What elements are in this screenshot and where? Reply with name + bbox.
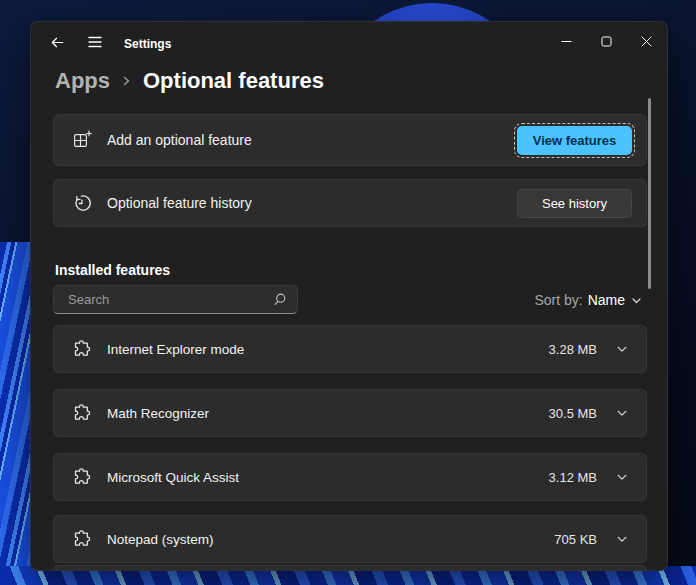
feature-name: Microsoft Quick Assist [107, 470, 239, 485]
breadcrumb-apps[interactable]: Apps [55, 68, 110, 94]
installed-features-heading: Installed features [55, 262, 170, 278]
maximize-button[interactable] [586, 24, 626, 58]
settings-window: Settings Apps Optional f [30, 21, 668, 571]
chevron-down-icon [630, 294, 643, 307]
see-history-button[interactable]: See history [517, 189, 632, 218]
desktop: Settings Apps Optional f [0, 0, 696, 585]
breadcrumb: Apps Optional features [55, 64, 324, 98]
close-button[interactable] [626, 24, 666, 58]
add-optional-feature-card: Add an optional feature View features [53, 114, 647, 166]
minimize-button[interactable] [546, 24, 586, 58]
expander-chevron-icon[interactable] [615, 532, 629, 546]
puzzle-piece-icon [72, 467, 92, 487]
puzzle-piece-icon [72, 529, 92, 549]
expander-chevron-icon[interactable] [615, 342, 629, 356]
feature-name: Math Recognizer [107, 406, 209, 421]
chevron-right-icon [121, 74, 132, 88]
feature-name: Notepad (system) [107, 532, 214, 547]
close-icon [641, 36, 652, 47]
view-features-button[interactable]: View features [517, 126, 632, 155]
feature-size: 705 KB [554, 532, 597, 547]
sort-value: Name [588, 292, 625, 308]
feature-row-partial [53, 565, 647, 571]
add-feature-icon [72, 130, 92, 150]
sort-by-label: Sort by: [534, 292, 582, 308]
sort-dropdown[interactable]: Sort by: Name [534, 288, 643, 312]
app-title: Settings [124, 37, 171, 51]
scrollbar-thumb[interactable] [648, 98, 651, 289]
expander-chevron-icon[interactable] [615, 470, 629, 484]
search-box [53, 285, 298, 314]
page-title: Optional features [143, 68, 324, 94]
back-button[interactable] [39, 26, 75, 58]
feature-row-microsoft-quick-assist[interactable]: Microsoft Quick Assist 3.12 MB [53, 453, 647, 501]
maximize-icon [601, 36, 612, 47]
feature-size: 30.5 MB [549, 406, 597, 421]
search-icon[interactable] [272, 292, 287, 307]
puzzle-piece-icon [72, 339, 92, 359]
history-label: Optional feature history [107, 195, 252, 211]
feature-size: 3.12 MB [549, 470, 597, 485]
optional-feature-history-card: Optional feature history See history [53, 179, 647, 227]
hamburger-icon [87, 35, 103, 49]
feature-row-math-recognizer[interactable]: Math Recognizer 30.5 MB [53, 389, 647, 437]
search-input[interactable] [66, 291, 272, 308]
feature-row-internet-explorer-mode[interactable]: Internet Explorer mode 3.28 MB [53, 325, 647, 373]
nav-menu-button[interactable] [77, 26, 113, 58]
back-arrow-icon [50, 35, 65, 50]
history-icon [72, 193, 92, 213]
puzzle-piece-icon [72, 403, 92, 423]
minimize-icon [561, 36, 572, 47]
add-feature-label: Add an optional feature [107, 132, 252, 148]
feature-row-notepad-system[interactable]: Notepad (system) 705 KB [53, 515, 647, 563]
expander-chevron-icon[interactable] [615, 406, 629, 420]
feature-name: Internet Explorer mode [107, 342, 244, 357]
titlebar: Settings [31, 22, 667, 66]
feature-size: 3.28 MB [549, 342, 597, 357]
